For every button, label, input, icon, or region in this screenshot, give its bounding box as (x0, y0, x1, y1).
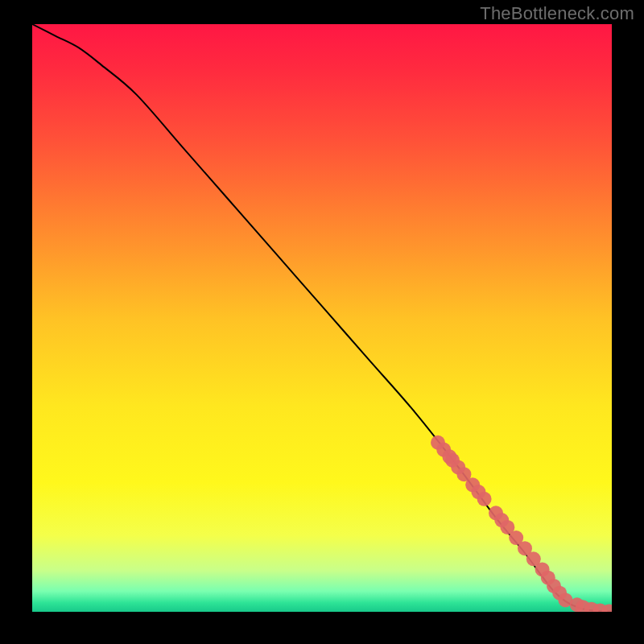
gradient-background (32, 24, 612, 612)
chart-svg (32, 24, 612, 612)
plot-area (32, 24, 612, 612)
chart-frame: TheBottleneck.com (0, 0, 644, 644)
marker-dot (477, 492, 492, 506)
attribution-text: TheBottleneck.com (480, 3, 634, 24)
